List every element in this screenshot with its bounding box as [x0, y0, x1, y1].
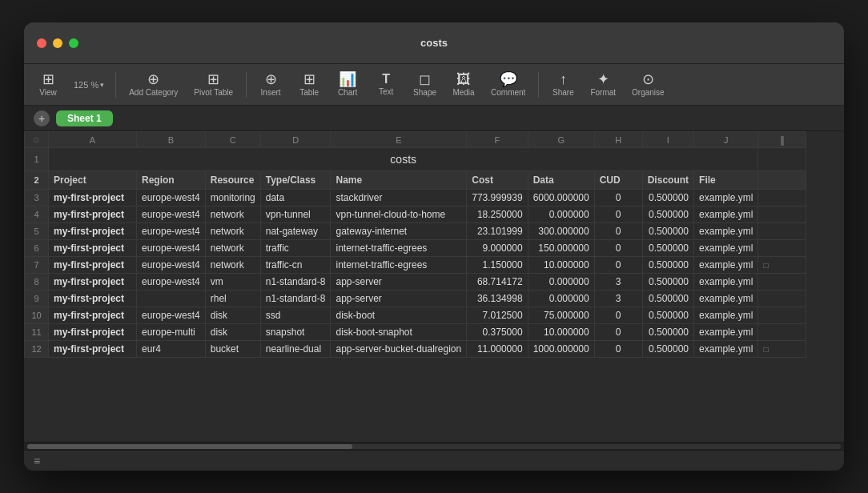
cell-d8[interactable]: n1-standard-8 [260, 274, 331, 291]
cell-g8[interactable]: 0.000000 [528, 274, 594, 291]
cell-c11[interactable]: disk [205, 324, 260, 341]
cell-j5[interactable]: example.yml [694, 223, 758, 240]
cell-f7[interactable]: 1.150000 [467, 257, 528, 274]
cell-g3[interactable]: 6000.000000 [528, 190, 594, 206]
cell-g7[interactable]: 10.000000 [528, 257, 594, 274]
cell-a5[interactable]: my-first-project [49, 223, 137, 240]
maximize-button[interactable] [69, 38, 78, 48]
cell-c8[interactable]: vm [205, 274, 260, 291]
cell-h11[interactable]: 0 [594, 324, 642, 341]
add-category-toolbar-item[interactable]: ⊕ Add Category [123, 69, 184, 100]
view-toolbar-item[interactable]: ⊞ View [30, 69, 66, 100]
cell-g5[interactable]: 300.000000 [528, 223, 594, 240]
cell-h3[interactable]: 0 [594, 190, 642, 206]
cell-g6[interactable]: 150.000000 [528, 240, 594, 257]
cell-f10[interactable]: 7.012500 [467, 307, 528, 324]
cell-j3[interactable]: example.yml [694, 190, 758, 206]
cell-d4[interactable]: vpn-tunnel [260, 206, 331, 223]
spreadsheet-title[interactable]: costs [49, 148, 758, 171]
cell-e3[interactable]: stackdriver [331, 190, 467, 206]
cell-c7[interactable]: network [205, 257, 260, 274]
cell-h10[interactable]: 0 [594, 307, 642, 324]
cell-i11[interactable]: 0.500000 [642, 324, 693, 341]
cell-i9[interactable]: 0.500000 [642, 291, 693, 307]
cell-j10[interactable]: example.yml [694, 307, 758, 324]
cell-e6[interactable]: internet-traffic-egrees [331, 240, 467, 257]
media-toolbar-item[interactable]: 🖼 Media [446, 69, 481, 100]
cell-a4[interactable]: my-first-project [49, 206, 137, 223]
zoom-control[interactable]: 125 % ▾ [69, 77, 109, 93]
cell-f11[interactable]: 0.375000 [467, 324, 528, 341]
cell-d3[interactable]: data [260, 190, 331, 206]
cell-c3[interactable]: monitoring [205, 190, 260, 206]
cell-e9[interactable]: app-server [331, 291, 467, 307]
cell-j11[interactable]: example.yml [694, 324, 758, 341]
cell-g4[interactable]: 0.000000 [528, 206, 594, 223]
cell-a12[interactable]: my-first-project [49, 341, 137, 358]
cell-e11[interactable]: disk-boot-snaphot [331, 324, 467, 341]
insert-toolbar-item[interactable]: ⊕ Insert [253, 69, 288, 100]
cell-h6[interactable]: 0 [594, 240, 642, 257]
cell-a10[interactable]: my-first-project [49, 307, 137, 324]
cell-d7[interactable]: traffic-cn [260, 257, 331, 274]
cell-f9[interactable]: 36.134998 [467, 291, 528, 307]
col-header-g[interactable]: G [528, 132, 594, 148]
cell-c10[interactable]: disk [205, 307, 260, 324]
cell-f8[interactable]: 68.714172 [467, 274, 528, 291]
cell-j4[interactable]: example.yml [694, 206, 758, 223]
cell-b5[interactable]: europe-west4 [137, 223, 206, 240]
cell-d6[interactable]: traffic [260, 240, 331, 257]
cell-h7[interactable]: 0 [594, 257, 642, 274]
cell-d10[interactable]: ssd [260, 307, 331, 324]
cell-e8[interactable]: app-server [331, 274, 467, 291]
sheet-tab-1[interactable]: Sheet 1 [56, 110, 113, 126]
col-header-a[interactable]: A [49, 132, 137, 148]
cell-e4[interactable]: vpn-tunnel-cloud-to-home [331, 206, 467, 223]
cell-g10[interactable]: 75.000000 [528, 307, 594, 324]
col-header-i[interactable]: I [642, 132, 693, 148]
format-toolbar-item[interactable]: ✦ Format [584, 69, 622, 100]
cell-a11[interactable]: my-first-project [49, 324, 137, 341]
minimize-button[interactable] [53, 38, 62, 48]
cell-a9[interactable]: my-first-project [49, 291, 137, 307]
col-header-j[interactable]: J [694, 132, 758, 148]
cell-b8[interactable]: europe-west4 [137, 274, 206, 291]
cell-c9[interactable]: rhel [205, 291, 260, 307]
cell-a8[interactable]: my-first-project [49, 274, 137, 291]
cell-c12[interactable]: bucket [205, 341, 260, 358]
cell-b10[interactable]: europe-west4 [137, 307, 206, 324]
col-header-d[interactable]: D [260, 132, 331, 148]
cell-f6[interactable]: 9.000000 [467, 240, 528, 257]
cell-c4[interactable]: network [205, 206, 260, 223]
col-header-h[interactable]: H [594, 132, 642, 148]
cell-f4[interactable]: 18.250000 [467, 206, 528, 223]
cell-h4[interactable]: 0 [594, 206, 642, 223]
cell-i8[interactable]: 0.500000 [642, 274, 693, 291]
cell-g9[interactable]: 0.000000 [528, 291, 594, 307]
cell-i4[interactable]: 0.500000 [642, 206, 693, 223]
cell-j9[interactable]: example.yml [694, 291, 758, 307]
cell-d9[interactable]: n1-standard-8 [260, 291, 331, 307]
cell-b3[interactable]: europe-west4 [137, 190, 206, 206]
organise-toolbar-item[interactable]: ⊙ Organise [625, 69, 671, 100]
add-sheet-button[interactable]: + [34, 110, 50, 126]
cell-e7[interactable]: internet-traffic-egrees [331, 257, 467, 274]
cell-g12[interactable]: 1000.000000 [528, 341, 594, 358]
scrollbar-thumb[interactable] [27, 444, 352, 449]
cell-c5[interactable]: network [205, 223, 260, 240]
cell-b6[interactable]: europe-west4 [137, 240, 206, 257]
cell-b7[interactable]: europe-west4 [137, 257, 206, 274]
chart-toolbar-item[interactable]: 📊 Chart [330, 69, 365, 100]
cell-d5[interactable]: nat-gateway [260, 223, 331, 240]
pivot-table-toolbar-item[interactable]: ⊞ Pivot Table [187, 69, 239, 100]
cell-j6[interactable]: example.yml [694, 240, 758, 257]
cell-b9[interactable] [137, 291, 206, 307]
cell-h9[interactable]: 3 [594, 291, 642, 307]
cell-c6[interactable]: network [205, 240, 260, 257]
cell-d11[interactable]: snapshot [260, 324, 331, 341]
cell-h12[interactable]: 0 [594, 341, 642, 358]
col-header-b[interactable]: B [137, 132, 206, 148]
shape-toolbar-item[interactable]: ◻ Shape [407, 69, 443, 100]
cell-b12[interactable]: eur4 [137, 341, 206, 358]
cell-e10[interactable]: disk-boot [331, 307, 467, 324]
